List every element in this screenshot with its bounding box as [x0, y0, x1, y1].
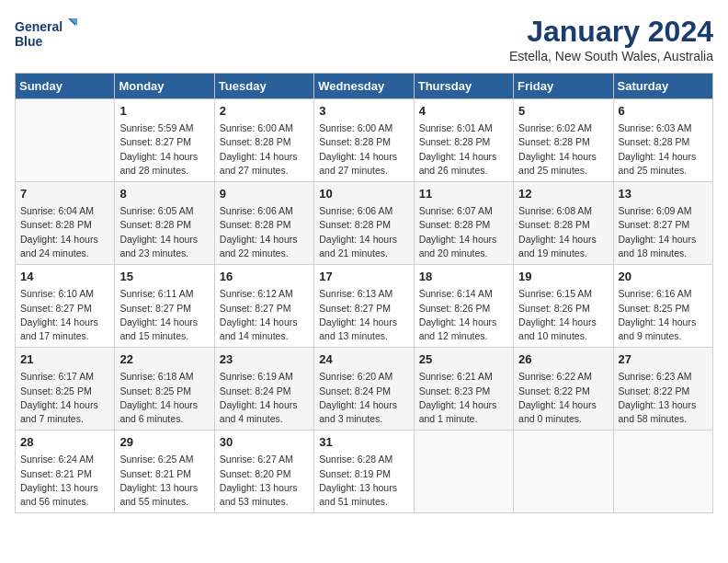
- day-number: 20: [619, 269, 708, 285]
- calendar-cell-w1-d4: 3Sunrise: 6:00 AM Sunset: 8:28 PM Daylig…: [314, 99, 414, 182]
- day-info: Sunrise: 6:21 AM Sunset: 8:23 PM Dayligh…: [419, 370, 508, 426]
- weekday-header-monday: Monday: [115, 74, 214, 99]
- calendar-cell-w5-d6: [514, 431, 613, 513]
- weekday-header-sunday: Sunday: [16, 74, 115, 99]
- weekday-header-friday: Friday: [514, 74, 613, 99]
- calendar-cell-w4-d4: 24Sunrise: 6:20 AM Sunset: 8:24 PM Dayli…: [314, 348, 414, 431]
- day-info: Sunrise: 6:00 AM Sunset: 8:28 PM Dayligh…: [319, 121, 408, 178]
- day-info: Sunrise: 6:25 AM Sunset: 8:21 PM Dayligh…: [119, 453, 209, 509]
- calendar-cell-w5-d5: [414, 431, 513, 513]
- day-info: Sunrise: 6:15 AM Sunset: 8:26 PM Dayligh…: [518, 287, 608, 343]
- day-info: Sunrise: 6:02 AM Sunset: 8:28 PM Dayligh…: [518, 121, 608, 178]
- day-number: 27: [619, 351, 708, 368]
- calendar-cell-w2-d5: 11Sunrise: 6:07 AM Sunset: 8:28 PM Dayli…: [414, 182, 513, 265]
- day-info: Sunrise: 6:20 AM Sunset: 8:24 PM Dayligh…: [319, 370, 408, 426]
- day-info: Sunrise: 6:11 AM Sunset: 8:27 PM Dayligh…: [119, 287, 209, 343]
- calendar-week-2: 7Sunrise: 6:04 AM Sunset: 8:28 PM Daylig…: [16, 182, 713, 265]
- day-info: Sunrise: 6:10 AM Sunset: 8:27 PM Dayligh…: [20, 287, 109, 343]
- calendar-cell-w3-d5: 18Sunrise: 6:14 AM Sunset: 8:26 PM Dayli…: [414, 265, 513, 348]
- day-number: 22: [119, 351, 209, 368]
- day-number: 24: [319, 351, 408, 368]
- weekday-header-row: SundayMondayTuesdayWednesdayThursdayFrid…: [16, 74, 713, 99]
- day-number: 26: [518, 351, 608, 368]
- day-number: 17: [319, 269, 408, 285]
- day-number: 18: [419, 269, 508, 285]
- day-info: Sunrise: 5:59 AM Sunset: 8:27 PM Dayligh…: [119, 121, 209, 178]
- calendar-cell-w1-d6: 5Sunrise: 6:02 AM Sunset: 8:28 PM Daylig…: [514, 99, 613, 182]
- calendar-cell-w1-d5: 4Sunrise: 6:01 AM Sunset: 8:28 PM Daylig…: [414, 99, 513, 182]
- day-number: 1: [119, 103, 209, 120]
- day-number: 10: [319, 186, 408, 202]
- weekday-header-wednesday: Wednesday: [314, 74, 414, 99]
- calendar-cell-w3-d7: 20Sunrise: 6:16 AM Sunset: 8:25 PM Dayli…: [613, 265, 712, 348]
- calendar-week-4: 21Sunrise: 6:17 AM Sunset: 8:25 PM Dayli…: [16, 348, 713, 431]
- calendar-cell-w3-d6: 19Sunrise: 6:15 AM Sunset: 8:26 PM Dayli…: [514, 265, 613, 348]
- day-number: 31: [319, 434, 408, 451]
- calendar-cell-w5-d1: 28Sunrise: 6:24 AM Sunset: 8:21 PM Dayli…: [16, 431, 115, 513]
- calendar-cell-w4-d5: 25Sunrise: 6:21 AM Sunset: 8:23 PM Dayli…: [414, 348, 513, 431]
- day-number: 2: [220, 103, 309, 120]
- day-info: Sunrise: 6:28 AM Sunset: 8:19 PM Dayligh…: [319, 453, 408, 509]
- calendar-subtitle: Estella, New South Wales, Australia: [509, 49, 713, 63]
- calendar-cell-w2-d4: 10Sunrise: 6:06 AM Sunset: 8:28 PM Dayli…: [314, 182, 414, 265]
- logo: General Blue: [15, 15, 79, 52]
- calendar-cell-w1-d2: 1Sunrise: 5:59 AM Sunset: 8:27 PM Daylig…: [115, 99, 214, 182]
- day-number: 19: [518, 269, 608, 285]
- weekday-header-tuesday: Tuesday: [214, 74, 313, 99]
- day-info: Sunrise: 6:19 AM Sunset: 8:24 PM Dayligh…: [220, 370, 309, 426]
- day-info: Sunrise: 6:18 AM Sunset: 8:25 PM Dayligh…: [119, 370, 209, 426]
- svg-text:Blue: Blue: [15, 34, 43, 49]
- calendar-title: January 2024: [509, 15, 713, 49]
- weekday-header-saturday: Saturday: [613, 74, 712, 99]
- logo-svg: General Blue: [15, 15, 79, 52]
- calendar-cell-w1-d7: 6Sunrise: 6:03 AM Sunset: 8:28 PM Daylig…: [613, 99, 712, 182]
- day-number: 6: [619, 103, 708, 120]
- day-info: Sunrise: 6:13 AM Sunset: 8:27 PM Dayligh…: [319, 287, 408, 343]
- day-number: 15: [119, 269, 209, 285]
- calendar-cell-w5-d2: 29Sunrise: 6:25 AM Sunset: 8:21 PM Dayli…: [115, 431, 214, 513]
- day-number: 4: [419, 103, 508, 120]
- calendar-cell-w4-d3: 23Sunrise: 6:19 AM Sunset: 8:24 PM Dayli…: [214, 348, 313, 431]
- calendar-cell-w5-d4: 31Sunrise: 6:28 AM Sunset: 8:19 PM Dayli…: [314, 431, 414, 513]
- day-number: 9: [220, 186, 309, 202]
- calendar-cell-w5-d7: [613, 431, 712, 513]
- day-info: Sunrise: 6:24 AM Sunset: 8:21 PM Dayligh…: [20, 453, 109, 509]
- day-number: 5: [518, 103, 608, 120]
- day-number: 21: [20, 351, 109, 368]
- day-info: Sunrise: 6:05 AM Sunset: 8:28 PM Dayligh…: [119, 204, 209, 260]
- day-number: 11: [419, 186, 508, 202]
- day-info: Sunrise: 6:23 AM Sunset: 8:22 PM Dayligh…: [619, 370, 708, 426]
- day-info: Sunrise: 6:06 AM Sunset: 8:28 PM Dayligh…: [220, 204, 309, 260]
- calendar-cell-w2-d1: 7Sunrise: 6:04 AM Sunset: 8:28 PM Daylig…: [16, 182, 115, 265]
- day-number: 8: [119, 186, 209, 202]
- calendar-week-5: 28Sunrise: 6:24 AM Sunset: 8:21 PM Dayli…: [16, 431, 713, 513]
- day-info: Sunrise: 6:00 AM Sunset: 8:28 PM Dayligh…: [220, 121, 309, 178]
- day-number: 7: [20, 186, 109, 202]
- svg-text:General: General: [15, 19, 63, 34]
- calendar-week-1: 1Sunrise: 5:59 AM Sunset: 8:27 PM Daylig…: [16, 99, 713, 182]
- calendar-cell-w4-d2: 22Sunrise: 6:18 AM Sunset: 8:25 PM Dayli…: [115, 348, 214, 431]
- day-number: 16: [220, 269, 309, 285]
- calendar-cell-w2-d7: 13Sunrise: 6:09 AM Sunset: 8:27 PM Dayli…: [613, 182, 712, 265]
- day-number: 12: [518, 186, 608, 202]
- calendar-table: SundayMondayTuesdayWednesdayThursdayFrid…: [15, 73, 713, 513]
- calendar-cell-w5-d3: 30Sunrise: 6:27 AM Sunset: 8:20 PM Dayli…: [214, 431, 313, 513]
- day-info: Sunrise: 6:01 AM Sunset: 8:28 PM Dayligh…: [419, 121, 508, 178]
- day-info: Sunrise: 6:08 AM Sunset: 8:28 PM Dayligh…: [518, 204, 608, 260]
- calendar-cell-w4-d6: 26Sunrise: 6:22 AM Sunset: 8:22 PM Dayli…: [514, 348, 613, 431]
- day-info: Sunrise: 6:07 AM Sunset: 8:28 PM Dayligh…: [419, 204, 508, 260]
- calendar-cell-w3-d2: 15Sunrise: 6:11 AM Sunset: 8:27 PM Dayli…: [115, 265, 214, 348]
- calendar-cell-w4-d7: 27Sunrise: 6:23 AM Sunset: 8:22 PM Dayli…: [613, 348, 712, 431]
- day-info: Sunrise: 6:06 AM Sunset: 8:28 PM Dayligh…: [319, 204, 408, 260]
- calendar-cell-w4-d1: 21Sunrise: 6:17 AM Sunset: 8:25 PM Dayli…: [16, 348, 115, 431]
- day-info: Sunrise: 6:12 AM Sunset: 8:27 PM Dayligh…: [220, 287, 309, 343]
- calendar-cell-w3-d1: 14Sunrise: 6:10 AM Sunset: 8:27 PM Dayli…: [16, 265, 115, 348]
- day-number: 13: [619, 186, 708, 202]
- calendar-week-3: 14Sunrise: 6:10 AM Sunset: 8:27 PM Dayli…: [16, 265, 713, 348]
- calendar-cell-w3-d3: 16Sunrise: 6:12 AM Sunset: 8:27 PM Dayli…: [214, 265, 313, 348]
- day-number: 23: [220, 351, 309, 368]
- calendar-cell-w1-d3: 2Sunrise: 6:00 AM Sunset: 8:28 PM Daylig…: [214, 99, 313, 182]
- weekday-header-thursday: Thursday: [414, 74, 513, 99]
- calendar-cell-w1-d1: [16, 99, 115, 182]
- day-info: Sunrise: 6:17 AM Sunset: 8:25 PM Dayligh…: [20, 370, 109, 426]
